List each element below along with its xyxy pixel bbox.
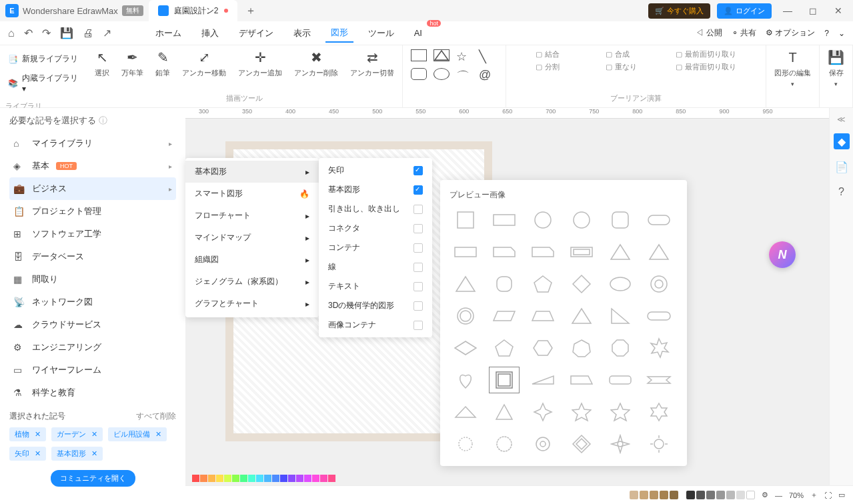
cat-network[interactable]: 📡ネットワーク図 — [9, 291, 176, 313]
shape-double-square[interactable] — [490, 367, 519, 393]
save-icon[interactable]: 💾 — [60, 27, 73, 39]
remove-tag-icon[interactable]: ✕ — [155, 430, 161, 439]
cat-mylib[interactable]: ⌂マイライブラリ▸ — [9, 132, 176, 155]
sub2-arrow[interactable]: 矢印 — [319, 161, 432, 180]
shape-pent2[interactable] — [490, 335, 519, 361]
cat-software[interactable]: ⊞ソフトウェア工学 — [9, 223, 176, 245]
shape-burst2[interactable] — [451, 431, 480, 457]
sub1-basic[interactable]: 基本図形▸ — [185, 161, 319, 183]
rail-page-icon[interactable]: 📄 — [834, 159, 850, 175]
bool-split[interactable]: ▢ 分割 — [536, 62, 596, 72]
options-button[interactable]: ⚙ オプション — [766, 27, 815, 39]
shape-star-burst[interactable] — [644, 335, 674, 361]
cat-business[interactable]: 💼ビジネス▸ — [9, 177, 176, 200]
settings-icon[interactable]: ⚙ — [762, 491, 768, 499]
shape-pill[interactable] — [644, 303, 674, 329]
undo-icon[interactable]: ↶ — [24, 27, 33, 39]
shape-ring[interactable] — [451, 303, 480, 329]
cat-project[interactable]: 📋プロジェクト管理 — [9, 200, 176, 223]
new-tab-button[interactable]: ＋ — [245, 4, 256, 18]
shape-triangle2[interactable] — [644, 239, 674, 265]
shape-parallelogram[interactable] — [490, 303, 519, 329]
page-view-icon[interactable]: ▭ — [838, 491, 845, 499]
shape-chamfer[interactable] — [606, 367, 635, 393]
remove-tag-icon[interactable]: ✕ — [91, 430, 97, 439]
shape-rect2[interactable] — [451, 239, 480, 265]
shape-trapezoid[interactable] — [528, 303, 558, 329]
menu-view[interactable]: 表示 — [288, 25, 316, 42]
edit-shape-button[interactable]: T図形の編集▾ — [774, 49, 811, 87]
shape-heptagon[interactable] — [567, 335, 596, 361]
shape-hexagon[interactable] — [528, 335, 558, 361]
cat-wireframe[interactable]: ▭ワイヤーフレーム — [9, 359, 176, 381]
rail-shape-icon[interactable]: ◆ — [834, 133, 850, 149]
sub2-imgcont[interactable]: 画像コンテナ — [319, 315, 432, 335]
tag-basic[interactable]: 基本図形✕ — [51, 447, 103, 461]
shape-pentagon[interactable] — [528, 271, 558, 297]
sub1-graph[interactable]: グラフとチャート▸ — [185, 293, 319, 315]
shape-frame[interactable] — [567, 239, 596, 265]
bool-back-cut[interactable]: ▢ 最背面切り取り — [676, 62, 736, 72]
maximize-button[interactable]: ◻ — [804, 1, 822, 20]
community-button[interactable]: コミュニティを開く — [51, 470, 135, 487]
bool-overlap[interactable]: ▢ 重なり — [606, 62, 666, 72]
checkbox-icon[interactable] — [413, 321, 423, 330]
cat-engineering[interactable]: ⚙エンジニアリング — [9, 336, 176, 359]
sub1-smart[interactable]: スマート図形🔥 — [185, 183, 319, 205]
shape-triangle[interactable] — [606, 239, 635, 265]
shape-preset-grid[interactable]: ☆ ╲ ⌒ @ — [411, 49, 498, 86]
checkbox-icon[interactable] — [413, 301, 423, 311]
shape-oval[interactable] — [606, 271, 635, 297]
menu-home[interactable]: ホーム — [150, 25, 187, 42]
shape-gear2[interactable] — [528, 431, 558, 457]
builtin-library-button[interactable]: 📚 内蔵ライブラリ▾ — [5, 70, 81, 96]
shape-ellipse[interactable] — [567, 207, 596, 233]
sub2-callout[interactable]: 引き出し、吹き出し — [319, 199, 432, 219]
cat-floor[interactable]: ▦間取り — [9, 268, 176, 291]
shape-circle[interactable] — [528, 207, 558, 233]
color-palette[interactable] — [192, 475, 335, 484]
chevron-down-icon[interactable]: ⌄ — [838, 29, 845, 38]
bool-union[interactable]: ▢ 結合 — [536, 49, 596, 59]
shape-octagon[interactable] — [606, 335, 635, 361]
zoom-in-button[interactable]: ＋ — [810, 490, 818, 500]
shape-octagon-round[interactable] — [490, 271, 519, 297]
menu-tool[interactable]: ツール — [363, 25, 399, 42]
buy-button[interactable]: 🛒 今すぐ購入 — [648, 3, 710, 19]
minimize-button[interactable]: — — [778, 1, 797, 20]
tool-pen[interactable]: ✒万年筆 — [121, 49, 143, 78]
checkbox-icon[interactable] — [413, 263, 423, 272]
login-button[interactable]: 👤 ログイン — [717, 3, 772, 19]
shape-wedge[interactable] — [528, 367, 558, 393]
remove-tag-icon[interactable]: ✕ — [35, 449, 41, 458]
rail-help-icon[interactable]: ? — [834, 184, 850, 200]
bool-front-cut[interactable]: ▢ 最前面切り取り — [676, 49, 736, 59]
tool-anchor-swap[interactable]: ⇄アンカー切替 — [350, 49, 394, 78]
new-library-button[interactable]: 📑 新規ライブラリ — [5, 51, 81, 67]
sub1-org[interactable]: 組織図▸ — [185, 249, 319, 271]
ai-assistant-button[interactable]: N — [769, 241, 796, 268]
shape-dia3[interactable] — [567, 431, 596, 457]
help-icon[interactable]: ? — [824, 29, 829, 38]
shape-donut[interactable] — [644, 271, 674, 297]
tag-building[interactable]: ビル用設備✕ — [108, 427, 167, 441]
shape-star5[interactable] — [567, 399, 596, 425]
tool-select[interactable]: ↖選択 — [95, 49, 109, 78]
sub2-line[interactable]: 線 — [319, 257, 432, 277]
theme-swatches[interactable] — [630, 491, 755, 499]
shape-snip2[interactable] — [528, 239, 558, 265]
checkbox-icon[interactable] — [413, 205, 423, 214]
checkbox-on-icon[interactable] — [413, 185, 423, 195]
shape-sun[interactable] — [644, 431, 674, 457]
collapse-icon[interactable]: ≪ — [837, 115, 846, 124]
sub2-container[interactable]: コンテナ — [319, 238, 432, 257]
shape-tri-narrow[interactable] — [490, 399, 519, 425]
redo-icon[interactable]: ↷ — [42, 27, 51, 39]
share-button[interactable]: ⚬ 共有 — [732, 27, 756, 39]
shape-roundrect-wide[interactable] — [644, 207, 674, 233]
shape-star6[interactable] — [644, 399, 674, 425]
shape-seal[interactable] — [490, 431, 519, 457]
sub1-flow[interactable]: フローチャート▸ — [185, 205, 319, 227]
remove-tag-icon[interactable]: ✕ — [35, 430, 41, 439]
shape-heart[interactable] — [451, 367, 480, 393]
